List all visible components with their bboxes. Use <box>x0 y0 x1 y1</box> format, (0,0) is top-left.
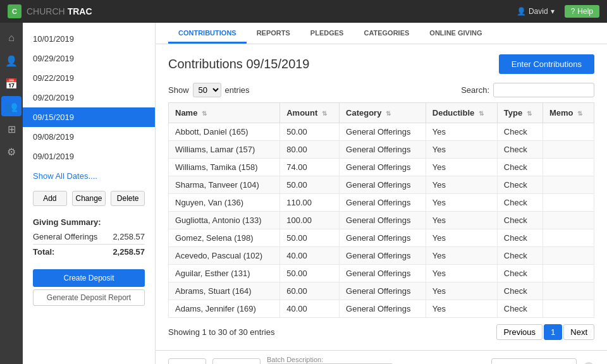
search-label: Search: <box>461 85 489 95</box>
cell-deductible: Yes <box>426 194 497 212</box>
logo-church: CHURCH <box>27 6 65 16</box>
table-row[interactable]: Nguyen, Van (136) 110.00 General Offerin… <box>169 194 594 212</box>
table-row[interactable]: Williams, Tamika (158) 74.00 General Off… <box>169 159 594 176</box>
cell-memo <box>543 194 594 212</box>
cell-type: Check <box>497 212 543 229</box>
table-row[interactable]: Sharma, Tanveer (104) 50.00 General Offe… <box>169 176 594 194</box>
col-name[interactable]: Name ⇅ <box>169 103 280 123</box>
entries-select[interactable]: 50 25 10 <box>193 83 221 97</box>
col-memo[interactable]: Memo ⇅ <box>543 103 594 123</box>
user-chevron: ▾ <box>551 7 555 16</box>
cell-deductible: Yes <box>426 123 497 141</box>
table-row[interactable]: Abrams, Stuart (164) 60.00 General Offer… <box>169 282 594 300</box>
cell-memo <box>543 159 594 176</box>
cell-amount: 74.00 <box>280 159 340 176</box>
cell-deductible: Yes <box>426 229 497 247</box>
nav-contributions[interactable]: 👥 <box>1 96 21 116</box>
tabs-bar: CONTRIBUTIONS REPORTS PLEDGES CATEGORIES… <box>156 23 607 44</box>
help-circle-icon[interactable]: ? <box>583 362 594 365</box>
user-menu[interactable]: 👤 David ▾ <box>517 7 555 16</box>
tab-contributions[interactable]: CONTRIBUTIONS <box>168 23 247 44</box>
bottom-bar: Edit Delete Batch Description: Import fr… <box>156 350 607 364</box>
table-row[interactable]: Gomez, Selena (198) 50.00 General Offeri… <box>169 229 594 247</box>
cell-deductible: Yes <box>426 300 497 318</box>
help-button[interactable]: ? Help <box>565 5 599 18</box>
nav-settings[interactable]: ⚙ <box>1 142 21 162</box>
date-item[interactable]: 09/29/2019 <box>23 49 155 68</box>
delete-button[interactable]: Delete <box>111 191 145 206</box>
cell-deductible: Yes <box>426 247 497 265</box>
page-1-button[interactable]: 1 <box>544 324 562 340</box>
cell-category: General Offerings <box>340 159 426 176</box>
create-deposit-button[interactable]: Create Deposit <box>33 269 145 287</box>
prev-button[interactable]: Previous <box>496 324 543 340</box>
logo-icon: C <box>8 4 21 18</box>
nav-home[interactable]: ⌂ <box>1 28 21 48</box>
cell-memo <box>543 282 594 300</box>
cell-type: Check <box>497 300 543 318</box>
tab-online-giving[interactable]: ONLINE GIVING <box>419 23 492 44</box>
nav-calendar[interactable]: 📅 <box>1 73 21 94</box>
cell-deductible: Yes <box>426 159 497 176</box>
pagination-row: Showing 1 to 30 of 30 entries Previous 1… <box>168 324 594 340</box>
cell-name: Williams, Lamar (157) <box>169 141 280 159</box>
date-item[interactable]: 09/22/2019 <box>23 68 155 88</box>
giving-summary: Giving Summary: General Offerings 2,258.… <box>23 211 155 263</box>
cell-name: Aguilar, Esther (131) <box>169 265 280 282</box>
nav-modules[interactable]: ⊞ <box>1 119 21 139</box>
cell-amount: 110.00 <box>280 194 340 212</box>
table-row[interactable]: Acevedo, Pascual (102) 40.00 General Off… <box>169 247 594 265</box>
cell-deductible: Yes <box>426 212 497 229</box>
col-amount[interactable]: Amount ⇅ <box>280 103 340 123</box>
date-item[interactable]: 09/01/2019 <box>23 147 155 166</box>
delete-button[interactable]: Delete <box>212 358 261 364</box>
cell-category: General Offerings <box>340 123 426 141</box>
show-all-dates[interactable]: Show All Dates.... <box>23 166 155 186</box>
total-label: Total: <box>33 247 54 257</box>
enter-contributions-button[interactable]: Enter Contributions <box>499 54 594 74</box>
left-panel: 10/01/2019 09/29/2019 09/22/2019 09/20/2… <box>23 23 156 364</box>
col-category[interactable]: Category ⇅ <box>340 103 426 123</box>
date-item-active[interactable]: 09/15/2019 <box>23 107 155 127</box>
batch-description: Batch Description: <box>267 356 393 364</box>
batch-desc-label: Batch Description: <box>267 356 393 363</box>
table-controls: Show 50 25 10 entries Search: <box>168 83 594 97</box>
table-row[interactable]: Abbott, Daniel (165) 50.00 General Offer… <box>169 123 594 141</box>
date-item[interactable]: 09/20/2019 <box>23 88 155 107</box>
cell-amount: 50.00 <box>280 123 340 141</box>
col-deductible[interactable]: Deductible ⇅ <box>426 103 497 123</box>
cell-category: General Offerings <box>340 194 426 212</box>
change-button[interactable]: Change <box>72 191 106 206</box>
date-item[interactable]: 10/01/2019 <box>23 29 155 49</box>
tab-reports[interactable]: REPORTS <box>247 23 300 44</box>
edit-button[interactable]: Edit <box>168 358 206 364</box>
tab-pledges[interactable]: PLEDGES <box>300 23 354 44</box>
cell-amount: 60.00 <box>280 282 340 300</box>
show-label: Show <box>168 85 189 95</box>
table-row[interactable]: Williams, Lamar (157) 80.00 General Offe… <box>169 141 594 159</box>
generate-report-button[interactable]: Generate Deposit Report <box>33 289 145 306</box>
showing-text: Showing 1 to 30 of 30 entries <box>168 327 274 337</box>
cell-type: Check <box>497 265 543 282</box>
entries-control: Show 50 25 10 entries <box>168 83 250 97</box>
nav-people[interactable]: 👤 <box>1 51 21 71</box>
cell-category: General Offerings <box>340 141 426 159</box>
next-button[interactable]: Next <box>563 324 594 340</box>
cell-amount: 50.00 <box>280 176 340 194</box>
table-row[interactable]: Gugliotta, Antonio (133) 100.00 General … <box>169 212 594 229</box>
cell-category: General Offerings <box>340 212 426 229</box>
add-button[interactable]: Add <box>33 191 67 206</box>
cell-amount: 50.00 <box>280 229 340 247</box>
tab-categories[interactable]: CATEGORIES <box>353 23 419 44</box>
col-type[interactable]: Type ⇅ <box>497 103 543 123</box>
import-csv-button[interactable]: Import from CSV <box>491 358 577 364</box>
table-row[interactable]: Adams, Jennifer (169) 40.00 General Offe… <box>169 300 594 318</box>
search-control: Search: <box>461 83 594 97</box>
cell-category: General Offerings <box>340 229 426 247</box>
user-icon: 👤 <box>517 7 526 16</box>
contributions-table: Name ⇅ Amount ⇅ Category ⇅ Deductible ⇅ … <box>168 102 594 318</box>
date-item[interactable]: 09/08/2019 <box>23 127 155 147</box>
search-input[interactable] <box>493 83 594 97</box>
table-row[interactable]: Aguilar, Esther (131) 50.00 General Offe… <box>169 265 594 282</box>
pagination-btns: Previous 1 Next <box>496 324 594 340</box>
